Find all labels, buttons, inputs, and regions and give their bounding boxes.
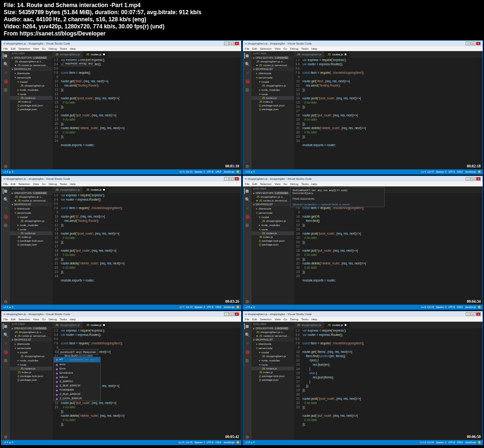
tree-item[interactable]: ▾ model <box>10 215 52 219</box>
tab[interactable]: JS routes.js <box>325 51 350 58</box>
menu-item[interactable]: Selection <box>260 47 272 50</box>
menu-item[interactable]: Tasks <box>60 47 67 50</box>
open-editor-item[interactable]: JS shoppingItem.js s... <box>10 60 52 63</box>
tree-item[interactable]: JS routes.js <box>251 367 294 370</box>
menu-item[interactable]: Selection <box>18 318 30 321</box>
menu-item[interactable]: Selection <box>18 183 30 185</box>
explorer-icon[interactable]: 🗎 <box>3 188 9 194</box>
tree-item[interactable]: JS shoppingItem.js <box>10 84 52 88</box>
suggestion-item[interactable]: ◆ isError <box>54 375 100 379</box>
tree-item[interactable]: JS routes.js <box>251 231 294 235</box>
code-editor[interactable]: 1 2 3 4 5 6 7 8 9 10 11 12 13 14 15 16 1… <box>52 193 241 305</box>
language-mode[interactable]: JavaScript <box>224 306 234 308</box>
code-content[interactable]: var express = require('express'); var ro… <box>302 328 477 440</box>
search-icon[interactable]: 🔍 <box>244 332 250 338</box>
maximize-button[interactable]: □ <box>229 42 234 45</box>
menu-item[interactable]: Edit <box>11 318 16 321</box>
menu-item[interactable]: Debug <box>49 47 57 50</box>
debug-icon[interactable]: 🐞 <box>244 79 250 84</box>
search-icon[interactable]: 🔍 <box>3 197 9 202</box>
search-icon[interactable]: 🔍 <box>244 61 250 67</box>
explorer-icon[interactable]: 🗎 <box>3 324 9 329</box>
maximize-button[interactable]: □ <box>471 312 475 316</box>
tab[interactable]: JS shoppingItem.js <box>52 51 83 58</box>
debug-icon[interactable]: 🐞 <box>3 79 9 84</box>
code-content[interactable]: var express = require('express'); var ro… <box>302 193 477 305</box>
code-content[interactable]: var express = require('express'); var ro… <box>60 193 235 305</box>
menu-item[interactable]: View <box>275 318 281 321</box>
language-mode[interactable]: JavaScript <box>465 306 476 308</box>
menu-item[interactable]: Go <box>284 318 287 321</box>
tree-item[interactable]: JS shoppingItem.js <box>10 219 52 223</box>
tree-item[interactable]: ▸ node_modules <box>251 358 294 362</box>
git-branch[interactable]: ⎇ 0 ▲ 0 <box>245 441 255 444</box>
explorer-icon[interactable]: 🗎 <box>244 324 250 329</box>
tree-item[interactable]: ▾ servercode <box>251 211 294 215</box>
close-button[interactable]: × <box>234 177 239 181</box>
maximize-button[interactable]: □ <box>471 42 475 45</box>
tree-item[interactable]: ▸ clientcode <box>10 71 52 75</box>
tree-item[interactable]: ▾ route <box>10 362 52 367</box>
menu-item[interactable]: Edit <box>252 47 257 50</box>
debug-icon[interactable]: 🐞 <box>244 349 250 355</box>
extensions-icon[interactable]: ⊞ <box>244 222 250 228</box>
menu-item[interactable]: Go <box>284 47 287 50</box>
menu-item[interactable]: Debug <box>290 183 299 185</box>
tree-item[interactable]: ▾ servercode <box>10 75 52 79</box>
git-branch[interactable]: ⎇ 0 ▲ 0 <box>245 170 255 173</box>
tree-item[interactable]: ▸ clientcode <box>251 71 294 75</box>
menu-item[interactable]: Selection <box>260 318 272 321</box>
git-icon[interactable]: ⑂ <box>244 70 250 76</box>
menu-item[interactable]: Tasks <box>301 183 308 185</box>
search-icon[interactable]: 🔍 <box>244 197 250 202</box>
menu-item[interactable]: View <box>275 47 281 50</box>
tab[interactable]: JS routes.js <box>83 51 108 58</box>
tree-item[interactable]: JS routes.js <box>10 231 52 235</box>
suggestion-item[interactable]: ◆ error <box>54 362 100 367</box>
tree-item[interactable]: ▸ clientcode <box>10 342 52 346</box>
git-branch[interactable]: ⎇ 0 ▲ 0 <box>3 306 13 308</box>
tree-item[interactable]: {} package.json <box>251 243 294 246</box>
encoding[interactable]: UTF-8 <box>207 170 213 173</box>
tree-item[interactable]: ▾ model <box>251 350 294 354</box>
menu-item[interactable]: Help <box>311 47 317 50</box>
suggestion-item[interactable]: ◆ Error <box>54 367 100 371</box>
open-editors-section[interactable]: ▸ OPEN EDITORS 1 UNSAVED <box>251 326 294 330</box>
tree-item[interactable]: ▸ node_modules <box>10 358 52 362</box>
suggestion-list[interactable]: ◆ err (parameter) err: any ⓘ◆ error◆ Err… <box>53 357 101 401</box>
close-button[interactable]: × <box>476 177 481 181</box>
open-editor-item[interactable]: JS shoppingItem.js s... <box>10 195 52 199</box>
menu-item[interactable]: View <box>33 183 39 185</box>
code-content[interactable]: var express = require('express'); var ro… <box>60 58 235 169</box>
menu-item[interactable]: Go <box>42 318 46 321</box>
project-section[interactable]: ▾ SHOPPINGLIST <box>10 202 52 206</box>
maximize-button[interactable]: □ <box>471 177 475 181</box>
tree-item[interactable]: {} package.json <box>10 378 52 382</box>
debug-icon[interactable]: 🐞 <box>244 214 250 220</box>
open-editor-item[interactable]: JS shoppingItem.js s... <box>251 330 294 334</box>
project-section[interactable]: ▾ SHOPPINGLIST <box>251 67 294 71</box>
menu-item[interactable]: Help <box>70 183 76 185</box>
tree-item[interactable]: ▸ node_modules <box>251 223 294 227</box>
eol[interactable]: CRLF <box>457 441 463 444</box>
settings-icon[interactable]: ⚙ <box>3 299 9 305</box>
tree-item[interactable]: JS shoppingItem.js <box>251 84 294 88</box>
encoding[interactable]: UTF-8 <box>448 306 455 308</box>
menu-item[interactable]: File <box>3 47 8 50</box>
debug-icon[interactable]: 🐞 <box>3 349 9 355</box>
search-icon[interactable]: 🔍 <box>3 61 9 67</box>
minimize-button[interactable]: − <box>224 312 229 316</box>
code-editor[interactable]: 1 2 3 4 5 6 7 8 9 10 11 12 13 14 15 16 1… <box>294 58 483 169</box>
extensions-icon[interactable]: ⊞ <box>244 358 250 363</box>
tree-item[interactable]: ▸ clientcode <box>251 342 294 346</box>
debug-icon[interactable]: 🐞 <box>3 214 9 220</box>
git-icon[interactable]: ⑂ <box>3 341 9 346</box>
menu-item[interactable]: Debug <box>49 318 57 321</box>
tree-item[interactable]: ▾ servercode <box>10 211 52 215</box>
eol[interactable]: CRLF <box>457 306 463 308</box>
settings-icon[interactable]: ⚙ <box>3 434 9 440</box>
suggestion-item[interactable]: ◆ Z_BUF_ERROR <box>54 392 100 396</box>
menu-item[interactable]: Tasks <box>60 183 67 185</box>
git-icon[interactable]: ⑂ <box>3 70 9 76</box>
language-mode[interactable]: JavaScript <box>465 170 476 173</box>
